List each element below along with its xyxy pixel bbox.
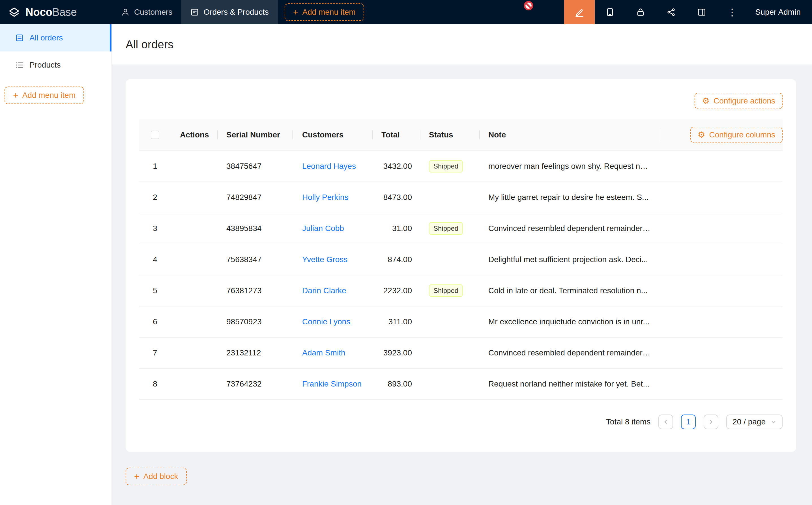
brand-name: NocoBase — [25, 6, 77, 18]
column-header-total: Total — [372, 130, 420, 139]
total-cell: 3923.00 — [372, 348, 420, 357]
gear-icon: ⚙ — [702, 97, 709, 105]
table-row[interactable]: 2 74829847 Holly Perkins 8473.00 My litt… — [139, 182, 783, 213]
column-header-note: Note — [479, 130, 660, 139]
table-row[interactable]: 7 23132112 Adam Smith 3923.00 Convinced … — [139, 338, 783, 369]
table-row[interactable]: 1 38475647 Leonard Hayes 3432.00 Shipped… — [139, 151, 783, 182]
nocobase-app: NocoBase Customers Orders & Products + — [0, 0, 812, 505]
serial-number-cell: 75638347 — [217, 255, 292, 264]
user-icon — [121, 8, 130, 16]
chevron-down-icon — [771, 419, 776, 425]
pagination-page-1-button[interactable]: 1 — [681, 414, 696, 429]
configure-columns-cell: ⚙ Configure columns — [660, 127, 783, 143]
table-body: 1 38475647 Leonard Hayes 3432.00 Shipped… — [139, 151, 783, 400]
user-menu[interactable]: Super Admin — [748, 8, 812, 17]
customer-cell: Adam Smith — [292, 348, 372, 357]
sidebar-add-menu-item-button[interactable]: + Add menu item — [5, 87, 84, 104]
nav-tab-label: Customers — [134, 8, 172, 17]
nav-tab-customers[interactable]: Customers — [112, 0, 181, 24]
serial-number-cell: 38475647 — [217, 162, 292, 171]
mobile-icon — [605, 8, 615, 17]
chevron-right-icon — [708, 419, 714, 425]
note-cell: Convinced resembled dependent remainder … — [479, 348, 660, 357]
list-icon — [15, 61, 24, 69]
orders-table-block: ⚙ Configure actions Actions Serial Numbe… — [126, 79, 796, 452]
configure-actions-button[interactable]: ⚙ Configure actions — [695, 93, 783, 109]
sidebar: All orders Products + Add menu item — [0, 24, 112, 505]
row-index-cell: 1 — [139, 162, 171, 171]
api-nodes-button[interactable] — [656, 0, 686, 24]
serial-number-cell: 23132112 — [217, 348, 292, 357]
customer-link[interactable]: Connie Lyons — [302, 317, 350, 326]
total-cell: 8473.00 — [372, 193, 420, 202]
row-index-cell: 2 — [139, 193, 171, 202]
configure-columns-button[interactable]: ⚙ Configure columns — [690, 127, 783, 143]
customer-link[interactable]: Yvette Gross — [302, 255, 348, 264]
security-button[interactable] — [625, 0, 656, 24]
row-index-cell: 4 — [139, 255, 171, 264]
sidebar-item-products[interactable]: Products — [0, 51, 112, 78]
sidebar-item-label: Products — [29, 60, 61, 69]
customer-link[interactable]: Frankie Simpson — [302, 379, 362, 388]
total-cell: 2232.00 — [372, 286, 420, 295]
row-index-cell: 7 — [139, 348, 171, 357]
serial-number-cell: 73764232 — [217, 379, 292, 388]
total-cell: 874.00 — [372, 255, 420, 264]
note-cell: moreover man feelings own shy. Request n… — [479, 162, 660, 171]
mobile-preview-button[interactable] — [595, 0, 625, 24]
nav-tab-orders-products[interactable]: Orders & Products — [181, 0, 278, 24]
top-navbar: NocoBase Customers Orders & Products + — [0, 0, 812, 24]
status-cell: Shipped — [420, 222, 479, 235]
plus-icon: + — [293, 8, 298, 17]
column-header-customers: Customers — [292, 130, 372, 139]
pagination-next-button[interactable] — [704, 414, 718, 429]
note-cell: Mr excellence inquietude conviction is i… — [479, 317, 660, 326]
nocobase-logo-icon — [8, 6, 20, 18]
customer-cell: Julian Cobb — [292, 224, 372, 233]
lock-icon — [636, 8, 645, 17]
customer-link[interactable]: Adam Smith — [302, 348, 346, 357]
customer-cell: Frankie Simpson — [292, 379, 372, 388]
layout-button[interactable] — [686, 0, 717, 24]
note-cell: Delightful met sufficient projection ask… — [479, 255, 660, 264]
customer-link[interactable]: Julian Cobb — [302, 224, 344, 233]
status-tag: Shipped — [429, 160, 463, 172]
customer-link[interactable]: Holly Perkins — [302, 193, 348, 202]
nav-add-menu-item-button[interactable]: + Add menu item — [285, 3, 364, 21]
sidebar-item-all-orders[interactable]: All orders — [0, 24, 112, 51]
highlighter-icon — [575, 7, 584, 17]
ui-editor-button[interactable] — [564, 0, 595, 24]
table-row[interactable]: 6 98570923 Connie Lyons 311.00 Mr excell… — [139, 307, 783, 338]
select-all-checkbox[interactable] — [151, 131, 159, 139]
total-cell: 893.00 — [372, 379, 420, 388]
pagination: Total 8 items 1 20 / page — [139, 414, 783, 429]
customer-cell: Yvette Gross — [292, 255, 372, 264]
status-tag: Shipped — [429, 285, 463, 297]
chevron-left-icon — [663, 419, 669, 425]
status-cell: Shipped — [420, 160, 479, 172]
navbar-right-actions: ⋮ Super Admin — [564, 0, 812, 24]
table-row[interactable]: 3 43895834 Julian Cobb 31.00 Shipped Con… — [139, 213, 783, 244]
select-all-cell — [139, 131, 171, 139]
table-row[interactable]: 4 75638347 Yvette Gross 874.00 Delightfu… — [139, 244, 783, 276]
brand-logo[interactable]: NocoBase — [0, 6, 112, 18]
page-size-select[interactable]: 20 / page — [726, 414, 783, 429]
total-cell: 311.00 — [372, 317, 420, 326]
note-cell: My little garret repair to desire he est… — [479, 193, 660, 202]
page-title: All orders — [126, 38, 173, 51]
table-row[interactable]: 5 76381273 Darin Clarke 2232.00 Shipped … — [139, 276, 783, 307]
row-index-cell: 5 — [139, 286, 171, 295]
table-row[interactable]: 8 73764232 Frankie Simpson 893.00 Reques… — [139, 369, 783, 400]
customer-link[interactable]: Darin Clarke — [302, 286, 346, 295]
column-header-status: Status — [420, 130, 479, 139]
customer-link[interactable]: Leonard Hayes — [302, 162, 356, 170]
customer-cell: Connie Lyons — [292, 317, 372, 326]
table-header-row: Actions Serial Number Customers Total St… — [139, 119, 783, 151]
more-actions-button[interactable]: ⋮ — [717, 0, 748, 24]
pagination-prev-button[interactable] — [658, 414, 673, 429]
add-block-button[interactable]: + Add block — [126, 468, 187, 485]
note-cell: Cold in late or deal. Terminated resolut… — [479, 286, 660, 295]
note-cell: Convinced resembled dependent remainder … — [479, 224, 660, 233]
serial-number-cell: 76381273 — [217, 286, 292, 295]
customer-cell: Leonard Hayes — [292, 162, 372, 171]
